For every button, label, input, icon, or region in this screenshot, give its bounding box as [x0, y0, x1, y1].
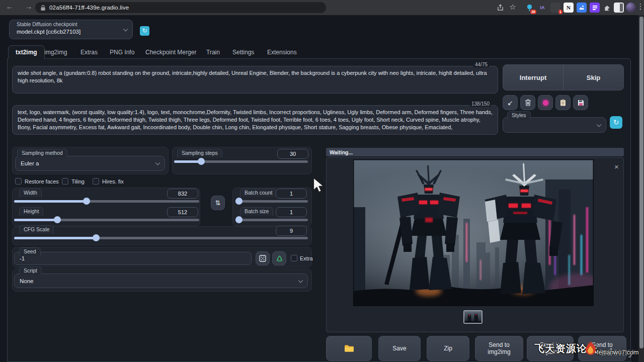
- tab-checkpoint-merger[interactable]: Checkpoint Merger: [145, 45, 196, 59]
- seed-input[interactable]: -1: [14, 252, 252, 265]
- ext-notion-icon[interactable]: N: [564, 3, 574, 13]
- ext-image-icon[interactable]: [577, 3, 587, 13]
- sampling-method-dropdown[interactable]: Euler a: [15, 156, 165, 171]
- extra-networks-button[interactable]: [538, 95, 553, 110]
- batch-count-label: Batch count: [240, 189, 277, 197]
- trash-icon: [525, 99, 531, 106]
- cfg-scale-label: CFG Scale: [19, 225, 54, 234]
- negative-prompt-input[interactable]: text, logo, watermark, (worst quality, l…: [12, 105, 498, 135]
- send-to-inpaint-button[interactable]: Send to inpaint: [527, 336, 574, 361]
- tiling-checkbox[interactable]: [62, 178, 68, 185]
- chevron-down-icon: [123, 26, 128, 31]
- styles-label: Styles: [507, 111, 531, 120]
- restore-faces-label: Restore faces: [25, 178, 59, 185]
- open-folder-button[interactable]: [326, 336, 372, 361]
- profile-avatar[interactable]: [626, 3, 636, 13]
- tab-img2img[interactable]: img2img: [44, 45, 67, 59]
- scrollbar-thumb[interactable]: [639, 17, 643, 348]
- send-to-extras-button[interactable]: Send to extras: [578, 336, 626, 361]
- page-scrollbar[interactable]: [638, 15, 644, 362]
- batch-count-slider[interactable]: [235, 200, 308, 203]
- slider-handle[interactable]: [54, 216, 61, 223]
- slider-handle[interactable]: [198, 158, 205, 165]
- ext-purple-icon[interactable]: [590, 3, 600, 13]
- height-label: Height: [19, 207, 43, 216]
- tab-extensions[interactable]: Extensions: [267, 45, 297, 59]
- slider-handle[interactable]: [83, 198, 90, 205]
- ext-pin-icon[interactable]: 20: [524, 3, 534, 13]
- seed-label: Seed: [19, 247, 41, 256]
- height-slider[interactable]: [14, 219, 199, 221]
- script-dropdown[interactable]: None: [14, 274, 308, 288]
- forward-button[interactable]: →: [23, 2, 34, 11]
- stable-diffusion-webui: ← → ↻ 02a56ff4-71ff-439e.gradio.live ☆ 2…: [0, 0, 644, 362]
- sidebar-toggle-icon[interactable]: [614, 3, 624, 13]
- apply-style-button[interactable]: [555, 95, 571, 110]
- checkpoint-refresh-button[interactable]: ↻: [140, 26, 149, 36]
- folder-icon: [344, 344, 354, 352]
- chevron-down-icon: [298, 278, 303, 283]
- zip-button[interactable]: Zip: [427, 336, 469, 361]
- generated-image[interactable]: [353, 159, 594, 306]
- share-icon[interactable]: [495, 3, 505, 13]
- restore-faces-checkbox[interactable]: [15, 178, 22, 185]
- sampling-method-label: Sampling method: [17, 149, 67, 157]
- send-to-img2img-button[interactable]: Send to img2img: [475, 336, 523, 361]
- url-bar[interactable]: 02a56ff4-71ff-439e.gradio.live: [35, 2, 326, 13]
- slider-handle[interactable]: [235, 216, 243, 223]
- pink-dot-icon: [543, 100, 548, 106]
- sampling-steps-input[interactable]: [277, 149, 308, 159]
- paste-generation-params-button[interactable]: ↙: [503, 95, 518, 110]
- tab-train[interactable]: Train: [206, 45, 220, 59]
- cfg-scale-slider[interactable]: [14, 237, 308, 239]
- prompt-input[interactable]: wide shot angle, a (gundam:0.8) robot st…: [12, 66, 498, 94]
- script-value: None: [20, 278, 34, 284]
- tab-settings[interactable]: Settings: [232, 45, 254, 59]
- hires-fix-checkbox[interactable]: [93, 178, 99, 185]
- checkpoint-dropdown[interactable]: Stable Diffusion checkpoint model.ckpt […: [9, 20, 133, 39]
- back-button[interactable]: ←: [4, 2, 15, 11]
- swap-dimensions-button[interactable]: ⇅: [211, 196, 225, 210]
- skip-button[interactable]: Skip: [564, 74, 623, 81]
- reuse-seed-button[interactable]: [272, 251, 286, 265]
- seed-extra-label: Extra: [300, 255, 313, 261]
- dice-icon: [259, 255, 266, 262]
- bookmark-star-icon[interactable]: ☆: [507, 3, 518, 12]
- tab-extras[interactable]: Extras: [80, 45, 98, 59]
- menu-kebab-icon[interactable]: ⋮: [635, 2, 644, 11]
- progress-text: Waiting...: [330, 149, 353, 155]
- clipboard-icon: [560, 99, 566, 106]
- swap-icon: ⇅: [215, 199, 221, 207]
- clear-prompt-button[interactable]: [520, 95, 535, 110]
- ext-notification-icon[interactable]: 1: [550, 3, 560, 13]
- browser-toolbar: ← → ↻ 02a56ff4-71ff-439e.gradio.live ☆ 2…: [0, 0, 644, 15]
- interrupt-button[interactable]: Interrupt: [503, 74, 563, 81]
- styles-refresh-button[interactable]: ↻: [610, 116, 622, 129]
- width-slider[interactable]: [14, 200, 199, 203]
- cfg-scale-input[interactable]: [276, 226, 307, 236]
- tiling-label: Tiling: [71, 178, 85, 185]
- batch-size-input[interactable]: [276, 207, 307, 217]
- sampling-steps-slider[interactable]: [174, 160, 308, 163]
- seed-value: -1: [20, 255, 25, 261]
- ext-pin-badge: 20: [530, 10, 536, 14]
- progress-bar: Waiting...: [326, 148, 624, 156]
- tab-txt2img[interactable]: txt2img: [8, 45, 45, 59]
- width-input[interactable]: [167, 189, 198, 199]
- random-seed-button[interactable]: [256, 251, 270, 265]
- save-style-button[interactable]: [573, 95, 588, 110]
- ext-ia-icon[interactable]: IA: [537, 3, 547, 13]
- slider-handle[interactable]: [235, 198, 243, 205]
- cfg-group: [12, 226, 312, 245]
- extensions-puzzle-icon[interactable]: [602, 3, 612, 13]
- tab-png-info[interactable]: PNG Info: [110, 45, 134, 59]
- batch-size-slider[interactable]: [235, 219, 308, 221]
- gallery-thumbnail[interactable]: [463, 310, 482, 324]
- save-button[interactable]: Save: [378, 336, 421, 361]
- batch-count-input[interactable]: [276, 189, 307, 199]
- close-icon[interactable]: ×: [614, 162, 619, 171]
- slider-handle[interactable]: [93, 234, 100, 241]
- batch-size-label: Batch size: [240, 207, 273, 216]
- seed-extra-checkbox[interactable]: [291, 255, 297, 261]
- height-input[interactable]: [167, 207, 198, 217]
